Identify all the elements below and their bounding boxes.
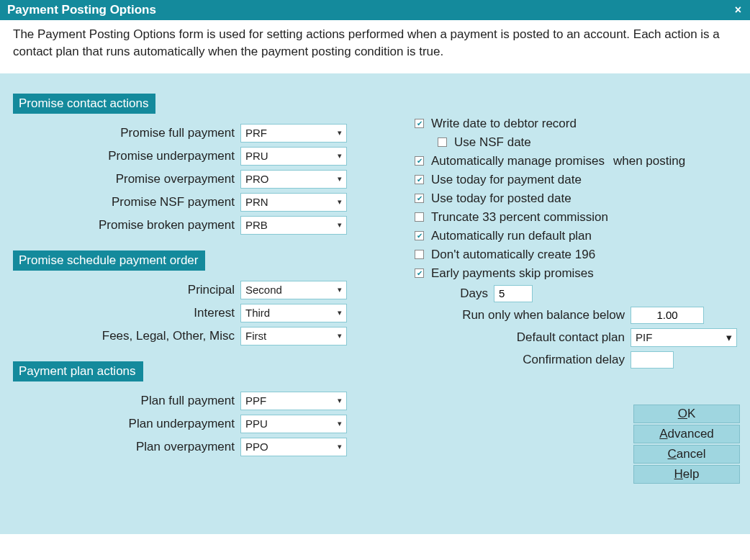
dropdown-value: First	[245, 330, 266, 342]
label-promise-under: Promise underpayment	[13, 149, 240, 163]
label-today-posted: Use today for posted date	[431, 191, 571, 206]
ok-button[interactable]: OK	[633, 405, 740, 423]
input-confirm-delay[interactable]	[631, 351, 674, 369]
checkbox-auto-manage[interactable]	[415, 156, 424, 166]
chevron-down-icon: ▾	[338, 308, 342, 317]
checkbox-dont-create-196[interactable]	[415, 250, 424, 259]
label-early-skip: Early payments skip promises	[431, 266, 594, 281]
dropdown-value: PRO	[245, 173, 269, 185]
chevron-down-icon: ▾	[338, 151, 342, 161]
label-today-payment: Use today for payment date	[431, 173, 582, 187]
label-interest: Interest	[13, 306, 240, 320]
label-auto-manage-suffix: when posting	[613, 154, 685, 168]
section-schedule-order: Promise schedule payment order Principal…	[13, 250, 400, 346]
dropdown-promise-full[interactable]: PRF ▾	[240, 124, 347, 143]
checkbox-truncate33[interactable]	[415, 212, 424, 222]
dropdown-value: PIF	[636, 331, 652, 343]
label-fees: Fees, Legal, Other, Misc	[13, 329, 240, 343]
dropdown-promise-broken[interactable]: PRB ▾	[240, 216, 347, 235]
cancel-button[interactable]: Cancel	[633, 445, 740, 464]
dropdown-value: PRB	[245, 219, 268, 231]
section-header-promise-contact: Promise contact actions	[13, 94, 155, 114]
label-promise-nsf: Promise NSF payment	[13, 195, 240, 209]
label-balance-below: Run only when balance below	[415, 308, 631, 322]
section-header-plan-actions: Payment plan actions	[13, 361, 143, 381]
label-dont-create-196: Don't automatically create 196	[431, 248, 595, 262]
dropdown-plan-full[interactable]: PPF ▾	[240, 392, 347, 410]
label-promise-over: Promise overpayment	[13, 172, 240, 186]
window-title: Payment Posting Options	[7, 3, 156, 17]
label-truncate33: Truncate 33 percent commission	[431, 210, 608, 225]
label-promise-full: Promise full payment	[13, 126, 240, 140]
chevron-down-icon: ▾	[338, 197, 342, 207]
input-balance-below[interactable]	[631, 307, 704, 324]
dropdown-value: Second	[245, 284, 282, 296]
dropdown-promise-nsf[interactable]: PRN ▾	[240, 193, 347, 212]
section-header-schedule-order: Promise schedule payment order	[13, 250, 205, 271]
label-auto-default-plan: Automatically run default plan	[431, 229, 592, 243]
chevron-down-icon: ▾	[338, 419, 342, 428]
chevron-down-icon: ▾	[338, 174, 342, 184]
label-plan-over: Plan overpayment	[13, 440, 240, 454]
chevron-down-icon: ▾	[338, 442, 342, 451]
label-principal: Principal	[13, 283, 240, 297]
close-icon[interactable]: ×	[732, 4, 744, 17]
checkbox-today-posted[interactable]	[415, 194, 424, 203]
label-promise-broken: Promise broken payment	[13, 218, 240, 232]
dropdown-plan-under[interactable]: PPU ▾	[240, 415, 347, 433]
dropdown-fees[interactable]: First ▾	[240, 327, 347, 346]
dropdown-interest[interactable]: Third ▾	[240, 304, 347, 322]
section-plan-actions: Payment plan actions Plan full payment P…	[13, 361, 400, 456]
dropdown-promise-under[interactable]: PRU ▾	[240, 147, 347, 166]
dropdown-principal[interactable]: Second ▾	[240, 281, 347, 299]
dropdown-value: PRU	[245, 150, 268, 162]
form-description: The Payment Posting Options form is used…	[0, 20, 750, 73]
form-area: Promise contact actions Promise full pay…	[0, 73, 750, 534]
help-button[interactable]: Help	[633, 465, 740, 484]
dropdown-plan-over[interactable]: PPO ▾	[240, 438, 347, 456]
checkbox-today-payment[interactable]	[415, 175, 424, 184]
title-bar: Payment Posting Options ×	[0, 0, 750, 20]
chevron-down-icon: ▾	[726, 331, 732, 344]
label-auto-manage: Automatically manage promises	[431, 154, 605, 168]
dropdown-value: PPU	[245, 417, 268, 430]
checkbox-early-skip[interactable]	[415, 268, 424, 278]
dropdown-value: Third	[245, 307, 270, 319]
chevron-down-icon: ▾	[338, 396, 342, 405]
section-promise-contact: Promise contact actions Promise full pay…	[13, 94, 400, 235]
label-confirm-delay: Confirmation delay	[415, 353, 631, 367]
input-days[interactable]	[494, 285, 533, 302]
label-days: Days	[415, 286, 494, 301]
dialog-buttons: OK Advanced Cancel Help	[633, 405, 740, 484]
dropdown-value: PPF	[245, 394, 266, 407]
label-default-plan: Default contact plan	[415, 330, 631, 345]
chevron-down-icon: ▾	[338, 285, 342, 294]
label-write-date: Write date to debtor record	[431, 117, 577, 131]
chevron-down-icon: ▾	[338, 331, 342, 340]
chevron-down-icon: ▾	[338, 128, 342, 137]
checkbox-use-nsf[interactable]	[438, 137, 447, 147]
dropdown-value: PRN	[245, 196, 268, 208]
dropdown-value: PPO	[245, 441, 268, 453]
checkbox-auto-default-plan[interactable]	[415, 231, 424, 240]
advanced-button[interactable]: Advanced	[633, 425, 740, 443]
dropdown-default-plan[interactable]: PIF ▾	[631, 328, 737, 347]
label-plan-under: Plan underpayment	[13, 417, 240, 431]
dropdown-value: PRF	[245, 127, 267, 139]
label-use-nsf: Use NSF date	[454, 135, 531, 150]
checkbox-write-date[interactable]	[415, 119, 424, 128]
label-plan-full: Plan full payment	[13, 394, 240, 408]
chevron-down-icon: ▾	[338, 220, 342, 230]
dropdown-promise-over[interactable]: PRO ▾	[240, 170, 347, 189]
